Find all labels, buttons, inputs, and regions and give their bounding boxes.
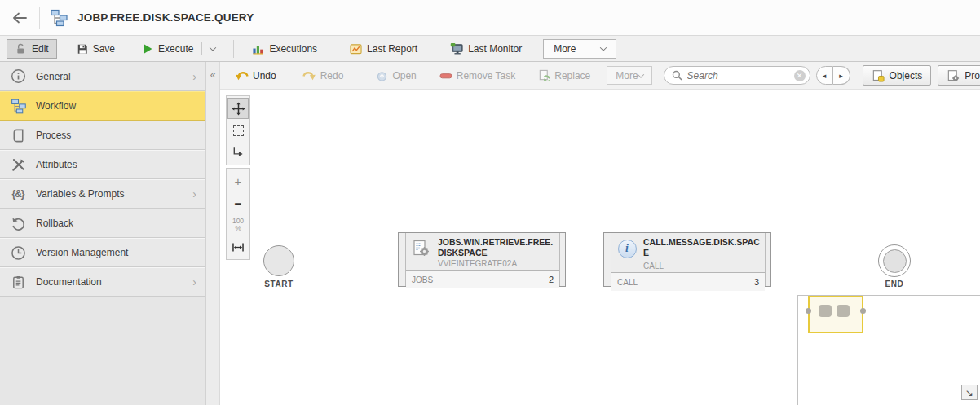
last-monitor-button[interactable]: Last Monitor — [442, 39, 530, 59]
tools-icon — [9, 156, 27, 174]
open-button[interactable]: Open — [369, 68, 422, 84]
pan-tool-button[interactable] — [227, 98, 249, 119]
task-subtitle: CALL — [643, 262, 760, 271]
sidebar-item-attributes[interactable]: Attributes — [0, 150, 205, 179]
execute-button[interactable]: Execute — [135, 39, 223, 59]
next-result-button[interactable]: ▸ — [833, 66, 850, 85]
more-dropdown-chevron-icon — [600, 44, 607, 51]
pointer-tools-palette — [226, 95, 250, 165]
task-left-gutter — [399, 233, 406, 286]
objects-icon — [872, 69, 885, 82]
zoom-tools-palette: + − 100 % — [226, 168, 250, 260]
sidebar-item-version-management[interactable]: Version Management — [0, 238, 205, 267]
save-icon — [77, 43, 88, 55]
main-toolbar: Edit Save Execute — [0, 36, 980, 62]
connector-icon — [232, 146, 245, 159]
task-title: JOBS.WIN.RETRIEVE.FREE.DISKSPACE — [438, 237, 554, 258]
chevron-right-icon: › — [192, 71, 196, 82]
end-node[interactable] — [878, 244, 911, 277]
save-button[interactable]: Save — [68, 39, 123, 59]
chevron-right-icon: › — [192, 276, 196, 288]
edit-button[interactable]: Edit — [7, 39, 57, 59]
remove-task-icon — [439, 70, 452, 81]
properties-panel-button[interactable]: Properties — [938, 65, 980, 86]
previous-result-button[interactable]: ◂ — [816, 66, 833, 85]
move-icon — [232, 102, 245, 116]
minimap-viewport[interactable] — [808, 296, 863, 333]
execute-dropdown-chevron-icon[interactable] — [210, 44, 216, 51]
redo-button[interactable]: Redo — [296, 68, 351, 84]
search-nav: ◂ ▸ — [816, 66, 850, 85]
task-subtitle: VVIEINTEGRATE02A — [438, 259, 554, 268]
sidebar: General › Workflow — [0, 62, 205, 405]
task-node-call[interactable]: i CALL.MESSAGE.DISK.SPACE CALL CALL 3 — [603, 232, 771, 287]
sidebar-item-label: Variables & Prompts — [36, 188, 125, 200]
job-object-icon — [411, 238, 432, 259]
search-box: ✕ — [664, 66, 810, 85]
workflow-object-icon — [48, 7, 69, 29]
minimap-start-dot — [806, 308, 811, 314]
sidebar-item-documentation[interactable]: Documentation › — [0, 267, 205, 297]
remove-task-button[interactable]: Remove Task — [433, 68, 522, 84]
minimap-panel[interactable] — [797, 295, 980, 405]
task-number-badge: 3 — [754, 277, 759, 287]
marquee-icon — [233, 125, 244, 136]
documentation-icon — [9, 273, 27, 291]
undo-button[interactable]: Undo — [228, 68, 283, 84]
sidebar-item-workflow[interactable]: Workflow — [0, 91, 205, 121]
sidebar-item-label: Version Management — [36, 247, 128, 258]
zoom-out-button[interactable]: − — [227, 192, 249, 214]
undo-icon — [235, 70, 249, 81]
process-script-icon — [9, 126, 27, 144]
last-report-icon — [350, 43, 362, 55]
canvas-resize-handle[interactable]: ↘ — [961, 385, 978, 400]
objects-panel-button[interactable]: Objects — [863, 65, 932, 86]
marquee-select-tool-button[interactable] — [227, 120, 249, 141]
last-monitor-icon — [450, 42, 463, 55]
workflow-editor-app: JOBP.FREE.DISK.SPACE.QUERY Edit Save Exe… — [0, 0, 980, 405]
content-region: General › Workflow — [0, 62, 980, 405]
connector-tool-button[interactable] — [227, 142, 249, 163]
sidebar-item-label: Process — [36, 130, 71, 141]
canvas-more-button[interactable]: More — [607, 66, 651, 85]
sidebar-item-process[interactable]: Process — [0, 121, 205, 150]
zoom-in-button[interactable]: + — [227, 170, 249, 191]
sidebar-item-label: Attributes — [36, 159, 77, 170]
last-report-button[interactable]: Last Report — [342, 39, 426, 59]
executions-button[interactable]: Executions — [244, 39, 325, 59]
replace-icon — [538, 69, 550, 81]
sidebar-item-variables-prompts[interactable]: {&} Variables & Prompts › — [0, 179, 205, 209]
info-icon — [9, 68, 27, 86]
collapse-sidebar-button[interactable]: « — [206, 69, 219, 81]
sidebar-item-label: General — [36, 71, 71, 82]
workflow-canvas[interactable]: + − 100 % — [220, 90, 980, 405]
task-left-gutter — [604, 233, 611, 286]
zoom-level-button[interactable]: 100 % — [227, 214, 249, 236]
rollback-icon — [9, 214, 27, 232]
task-right-gutter — [559, 233, 565, 286]
replace-button[interactable]: Replace — [532, 67, 597, 84]
sidebar-item-label: Workflow — [36, 100, 76, 112]
execute-split-divider — [201, 42, 202, 55]
redo-icon — [302, 70, 316, 81]
chevron-right-icon: › — [192, 188, 196, 200]
fit-width-button[interactable] — [227, 236, 249, 258]
open-icon — [376, 70, 388, 81]
toolbar-more-button[interactable]: More — [543, 39, 616, 59]
properties-icon — [947, 69, 960, 82]
sidebar-item-general[interactable]: General › — [0, 62, 205, 91]
clear-search-icon[interactable]: ✕ — [794, 70, 806, 81]
executions-chart-icon — [252, 43, 264, 55]
start-node[interactable] — [263, 245, 294, 276]
back-button[interactable] — [8, 7, 31, 29]
minimap-task-thumb — [837, 305, 850, 317]
plus-icon: + — [235, 174, 242, 188]
sidebar-item-rollback[interactable]: Rollback — [0, 209, 205, 238]
start-node-label: START — [246, 280, 311, 288]
search-input[interactable] — [687, 70, 789, 81]
execute-play-icon — [143, 43, 153, 55]
back-arrow-icon — [11, 11, 28, 24]
sidebar-item-label: Documentation — [36, 276, 102, 288]
task-node-jobs[interactable]: JOBS.WIN.RETRIEVE.FREE.DISKSPACE VVIEINT… — [398, 232, 566, 287]
title-bar: JOBP.FREE.DISK.SPACE.QUERY — [0, 0, 980, 36]
